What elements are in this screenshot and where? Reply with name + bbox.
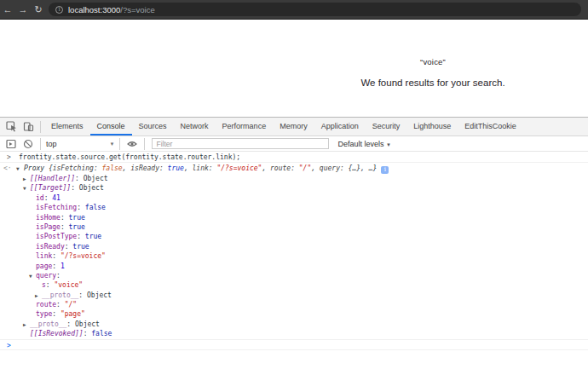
collapsed-arrow-icon[interactable]: ▶ [23,174,30,183]
url-host: localhost:3000 [68,5,120,14]
console-sidebar-icon[interactable] [6,139,16,149]
object-tree: ▶[[Handler]]: Object▼[[Target]]: Objecti… [0,174,588,339]
url-path: /?s=voice [120,5,154,14]
console-tree-row: id: 41 [0,193,588,203]
tab-memory[interactable]: Memory [273,118,314,135]
property-value: 1 [61,262,65,270]
property-key: route [36,301,56,308]
proxy-preview-row[interactable]: <· ▼ Proxy {isFetching: false, isReady: … [0,163,588,174]
prompt-chevron-icon: > [7,340,11,351]
preview-token: query: [320,164,349,172]
preview-token: link: [193,164,217,172]
console-tree-row: isPage: true [0,222,588,232]
colon: : [75,175,84,182]
property-value: Object [75,320,100,328]
address-bar[interactable]: i localhost:3000/?s=voice [49,3,581,16]
property-value: "/?s=voice" [61,252,106,260]
levels-value: Default levels [337,140,383,148]
execution-context-select[interactable]: top ▼ [46,140,114,148]
property-key: [[IsRevoked]] [30,330,84,337]
evaluated-expression[interactable]: frontity.state.source.get(frontity.state… [19,153,240,161]
console-prompt[interactable]: > [0,339,588,350]
console-toolbar: top ▼ Default levels ▼ [0,136,588,152]
tab-application[interactable]: Application [314,118,366,135]
inspect-element-icon[interactable] [6,121,17,132]
console-tree-row[interactable]: ▶__proto__: Object [0,291,588,300]
context-value: top [46,140,57,148]
colon: : [61,214,69,222]
colon: : [56,272,61,280]
property-value: "page" [61,310,85,318]
back-icon[interactable]: ← [0,0,15,20]
console-tree-row[interactable]: ▼query: [0,271,588,280]
colon: : [84,330,92,337]
input-chevron-icon: > [7,152,11,163]
colon: : [61,223,69,231]
tab-performance[interactable]: Performance [216,118,274,135]
console-tree-row[interactable]: ▶[[Handler]]: Object [0,174,588,183]
tab-console[interactable]: Console [90,118,132,135]
colon: : [78,291,87,299]
divider [119,138,120,150]
colon: : [56,301,65,308]
chevron-down-icon: ▼ [386,142,391,147]
console-filter-input[interactable] [152,138,329,149]
page-viewport: “voice” We found results for your search… [0,20,588,117]
forward-icon[interactable]: → [15,0,31,20]
tab-network[interactable]: Network [174,118,216,135]
tab-security[interactable]: Security [366,118,407,135]
preview-token: , [123,164,131,172]
property-value: false [91,330,112,337]
device-toolbar-icon[interactable] [23,121,34,132]
value-info-icon[interactable]: i [381,166,389,174]
colon: : [71,184,79,192]
colon: : [77,233,85,240]
console-tree-row: isFetching: false [0,203,588,212]
preview-token: , [184,164,193,172]
collapsed-arrow-icon[interactable]: ▶ [23,320,30,329]
console-tree-row: route: "/" [0,300,588,309]
browser-toolbar: ← → ↻ i localhost:3000/?s=voice [0,0,588,20]
site-info-icon[interactable]: i [55,6,63,14]
preview-token: "/?s=voice" [216,164,262,172]
expanded-arrow-icon[interactable]: ▼ [23,183,30,193]
colon: : [66,320,75,328]
property-key: __proto__ [30,320,66,328]
collapsed-arrow-icon[interactable]: ▶ [35,291,42,300]
colon: : [44,194,53,202]
return-value-icon: <· [3,163,12,174]
devtools-panel: ElementsConsoleSourcesNetworkPerformance… [0,117,588,392]
divider [144,138,145,150]
colon: : [77,204,85,211]
tab-lighthouse[interactable]: Lighthouse [406,118,458,135]
console-tree-row[interactable]: ▼[[Target]]: Object [0,183,588,193]
property-key: isPage [36,223,61,231]
console-result-message: <· ▼ Proxy {isFetching: false, isReady: … [0,163,588,339]
console-tree-row: isPostType: true [0,232,588,241]
preview-token: isFetching: [53,164,102,172]
preview-token: isReady: [130,164,167,172]
clear-console-icon[interactable] [23,139,33,149]
chevron-down-icon: ▼ [110,141,115,147]
preview-token: Proxy { [24,164,53,172]
log-levels-select[interactable]: Default levels ▼ [337,140,391,148]
property-key: id [36,194,44,202]
collapse-arrow-icon[interactable]: ▼ [16,163,20,174]
tab-elements[interactable]: Elements [44,118,90,135]
property-key: type [36,310,52,318]
console-tree-row[interactable]: ▶__proto__: Object [0,320,588,329]
live-expression-eye-icon[interactable] [127,139,137,149]
property-value: false [85,204,106,211]
colon: : [52,310,61,318]
property-value: Object [87,291,112,299]
devtools-tabbar: ElementsConsoleSourcesNetworkPerformance… [0,118,588,136]
tab-sources[interactable]: Sources [132,118,174,135]
colon: : [52,262,61,270]
expanded-arrow-icon[interactable]: ▼ [29,271,36,280]
property-value: Object [79,184,104,192]
reload-icon[interactable]: ↻ [31,0,46,20]
colon: : [52,252,61,260]
tab-editthiscookie[interactable]: EditThisCookie [458,118,523,135]
property-key: isFetching [36,204,77,211]
search-term-label: “voice” [281,57,585,66]
